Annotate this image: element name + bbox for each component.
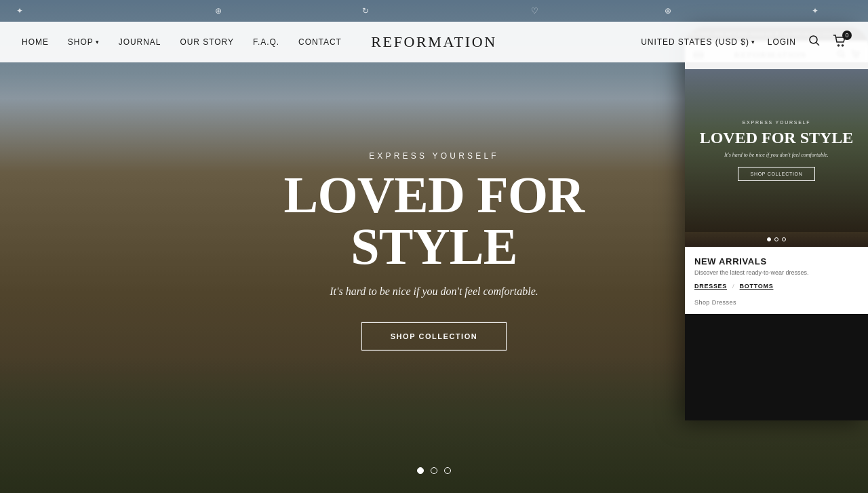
navigation: HOME SHOP ▾ JOURNAL OUR STORY F.A.Q. CON… bbox=[0, 22, 868, 62]
nav-contact[interactable]: CONTACT bbox=[298, 37, 342, 47]
svg-point-3 bbox=[842, 45, 844, 46]
nav-our-story[interactable]: OUR STORY bbox=[180, 37, 234, 47]
tag-icon-2: ⊕ bbox=[665, 6, 672, 16]
return-icon: ↻ bbox=[362, 6, 370, 16]
svg-point-0 bbox=[810, 36, 817, 43]
phone-dot-1[interactable] bbox=[767, 237, 771, 241]
shop-collection-button[interactable]: SHOP COLLECTION bbox=[361, 321, 507, 350]
shop-chevron-icon: ▾ bbox=[96, 39, 100, 45]
phone-dot-3[interactable] bbox=[782, 237, 786, 241]
phone-inner: ELIVERY AND RETURNS FROM $30 ⊕ 10% OFF O… bbox=[685, 27, 868, 420]
hero-eyebrow: EXPRESS YOURSELF bbox=[197, 151, 671, 160]
nav-journal[interactable]: JOURNAL bbox=[119, 37, 161, 47]
hero-title: LOVED FOR STYLE bbox=[197, 168, 671, 271]
phone-shop-collection-button[interactable]: SHOP COLLECTION bbox=[738, 167, 816, 181]
svg-point-2 bbox=[838, 45, 840, 46]
phone-mockup: ELIVERY AND RETURNS FROM $30 ⊕ 10% OFF O… bbox=[685, 27, 868, 420]
phone-carousel-dots bbox=[685, 232, 868, 247]
link-divider: / bbox=[732, 283, 734, 290]
nav-login[interactable]: LOGIN bbox=[768, 37, 796, 47]
phone-category-links: DRESSES / BOTTOMS bbox=[694, 283, 859, 290]
nav-shop[interactable]: SHOP ▾ bbox=[68, 37, 100, 47]
cart-icon[interactable]: 0 bbox=[833, 35, 846, 50]
search-icon[interactable] bbox=[808, 35, 821, 50]
phone-dot-2[interactable] bbox=[774, 237, 778, 241]
cart-count-badge: 0 bbox=[842, 31, 852, 40]
heart-icon: ♡ bbox=[531, 6, 539, 16]
new-arrivals-title: NEW ARRIVALS bbox=[694, 256, 859, 267]
phone-hero-subtitle: It's hard to be nice if you don't feel c… bbox=[700, 152, 854, 158]
hero-content: EXPRESS YOURSELF LOVED FOR STYLE It's ha… bbox=[197, 151, 671, 350]
tag-icon: ⊕ bbox=[215, 6, 222, 16]
carousel-dot-3[interactable] bbox=[444, 467, 451, 474]
truck-icon: ✦ bbox=[812, 6, 819, 16]
phone-hero-eyebrow: EXPRESS YOURSELF bbox=[700, 120, 854, 125]
nav-right: UNITED STATES (USD $) ▾ LOGIN 0 bbox=[641, 35, 846, 50]
hero-section: ✦ FREE DELIVERY AND RETURNS FROM $30 ⊕ 1… bbox=[0, 0, 868, 493]
carousel-dot-1[interactable] bbox=[417, 467, 424, 474]
currency-chevron-icon: ▾ bbox=[751, 39, 755, 45]
phone-hero-title: LOVED FOR STYLE bbox=[700, 129, 854, 146]
site-logo[interactable]: REFORMATION bbox=[371, 33, 497, 51]
nav-faq[interactable]: F.A.Q. bbox=[253, 37, 279, 47]
new-arrivals-subtitle: Discover the latest ready-to-wear dresse… bbox=[694, 269, 859, 276]
svg-line-1 bbox=[816, 43, 820, 46]
nav-left: HOME SHOP ▾ JOURNAL OUR STORY F.A.Q. CON… bbox=[22, 37, 342, 47]
nav-currency[interactable]: UNITED STATES (USD $) ▾ bbox=[641, 37, 755, 47]
carousel-dot-2[interactable] bbox=[431, 467, 437, 474]
shop-dresses-link[interactable]: Shop Dresses bbox=[694, 299, 736, 306]
phone-hero-content: EXPRESS YOURSELF LOVED FOR STYLE It's ha… bbox=[689, 109, 865, 192]
package-icon: ✦ bbox=[16, 6, 24, 16]
bottoms-link[interactable]: BOTTOMS bbox=[740, 283, 774, 290]
nav-home[interactable]: HOME bbox=[22, 37, 49, 47]
carousel-dots bbox=[417, 467, 451, 474]
phone-bottom-card: NEW ARRIVALS Discover the latest ready-t… bbox=[685, 247, 868, 314]
dresses-link[interactable]: DRESSES bbox=[694, 283, 727, 290]
phone-hero: EXPRESS YOURSELF LOVED FOR STYLE It's ha… bbox=[685, 69, 868, 232]
hero-subtitle: It's hard to be nice if you don't feel c… bbox=[197, 285, 671, 297]
